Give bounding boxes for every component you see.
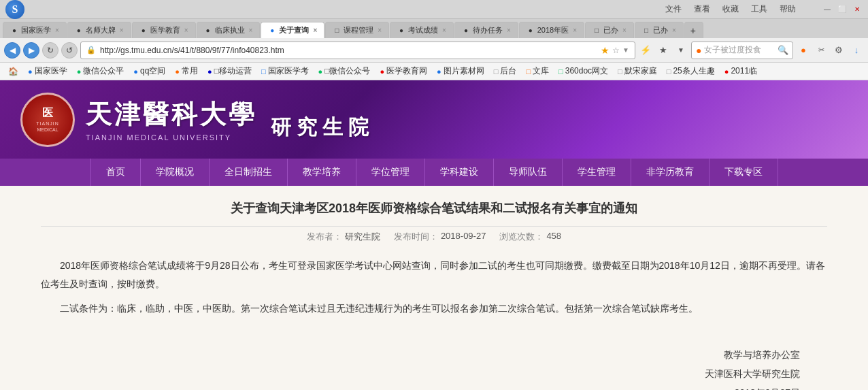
article-title: 关于查询天津考区2018年医师资格综合笔试结果和二试报名有关事宜的通知 (41, 199, 827, 218)
tab-kecheng[interactable]: □ 课程管理 × (325, 22, 389, 38)
tab-close[interactable]: × (184, 27, 188, 34)
nav-degree[interactable]: 学位管理 (356, 159, 425, 186)
tab-close[interactable]: × (507, 27, 511, 34)
weibo-icon[interactable]: ● (796, 43, 811, 58)
bookmark-guojia2[interactable]: □ 国家医学考 (257, 64, 313, 78)
nav-overview[interactable]: 学院概况 (141, 159, 210, 186)
tab-close[interactable]: × (573, 27, 577, 34)
nav-supervisor[interactable]: 导师队伍 (494, 159, 563, 186)
bookmark-25[interactable]: □ 25条人生趣 (663, 64, 719, 78)
tab-label: 课程管理 (344, 25, 373, 35)
nav-discipline[interactable]: 学科建设 (425, 159, 494, 186)
bookmark-label: 图片素材网 (444, 65, 484, 77)
bookmark-wenku[interactable]: □ 文库 (522, 64, 553, 78)
bookmark-yixue[interactable]: ● 医学教育网 (375, 64, 431, 78)
tab-daiban[interactable]: ● 待办任务 × (454, 22, 518, 38)
bookmark-2011[interactable]: ● 2011临 (720, 64, 761, 78)
tab-yiban1[interactable]: □ 已办 × (585, 22, 634, 38)
bookmark-weixin2[interactable]: ● □微信公众号 (314, 64, 375, 78)
bookmark-weixin[interactable]: ● 微信公众平 (73, 64, 129, 78)
lock-icon: 🔒 (86, 46, 96, 54)
nav-enrollment[interactable]: 全日制招生 (210, 159, 288, 186)
tab-close[interactable]: × (442, 27, 446, 34)
tab-label: 名师大牌 (86, 25, 116, 35)
star2-icon[interactable]: ★ (656, 43, 671, 58)
menu-help[interactable]: 帮助 (775, 3, 800, 15)
menu-view[interactable]: 查看 (690, 3, 714, 15)
new-tab-button[interactable]: + (684, 22, 703, 38)
bookmark-favicon: ● (380, 67, 384, 76)
bookmark-icon[interactable]: ☆ (612, 46, 620, 55)
tab-close[interactable]: × (622, 27, 627, 34)
tab-label: 2018年医 (537, 25, 569, 35)
menu-bookmark[interactable]: 收藏 (718, 3, 743, 15)
tab-close[interactable]: × (378, 27, 382, 34)
undo-button[interactable]: ↺ (61, 42, 78, 59)
search-icon[interactable]: 🔍 (778, 45, 788, 55)
tab-linchuang[interactable]: ● 临床执业 × (197, 22, 261, 38)
tab-label: 国家医学 (21, 25, 51, 35)
tab-yixue[interactable]: ● 医学教育 × (132, 22, 196, 38)
back-button[interactable]: ◀ (4, 42, 20, 59)
nav-nondegree[interactable]: 非学历教育 (631, 159, 710, 186)
tab-close[interactable]: × (313, 27, 317, 34)
bookmark-guojia[interactable]: ● 国家医学 (24, 64, 71, 78)
bookmark-favicon: ● (175, 67, 180, 76)
tabs-bar: ● 国家医学 × ● 名师大牌 × ● 医学教育 × ● 临床执业 × ● 关于… (0, 19, 868, 38)
menu-file[interactable]: 文件 (661, 3, 686, 15)
bookmark-qq[interactable]: ● qq空间 (129, 64, 169, 78)
refresh-button[interactable]: ↻ (42, 42, 59, 59)
tab-label: 临床执业 (215, 25, 245, 35)
tab-favicon: ● (204, 27, 212, 35)
bookmark-favicon: □ (667, 67, 671, 76)
bookmark-tupian[interactable]: ● 图片素材网 (433, 64, 488, 78)
lightning-icon[interactable]: ⚡ (638, 43, 653, 58)
star-icon[interactable]: ★ (601, 45, 610, 56)
menu-tools[interactable]: 工具 (747, 3, 771, 15)
bookmark-houtai[interactable]: □ 后台 (490, 64, 521, 78)
bookmark-360[interactable]: □ 360doc网文 (554, 64, 612, 78)
tab-yiban2[interactable]: □ 已办 × (635, 22, 684, 38)
nav-student[interactable]: 学生管理 (563, 159, 631, 186)
nav-download[interactable]: 下载专区 (710, 159, 778, 186)
address-bar[interactable]: 🔒 http://gs.tmu.edu.cn/s/41/t/880/9f/77/… (80, 42, 635, 59)
nav-teaching[interactable]: 教学培养 (288, 159, 356, 186)
tab-active-chaxun[interactable]: ● 关于查询 × (261, 22, 324, 38)
search-box[interactable]: ● 女子被过度投食 🔍 (691, 42, 793, 59)
tab-close[interactable]: × (120, 27, 124, 34)
tab-favicon: ● (462, 27, 470, 35)
settings-icon[interactable]: ⚙ (831, 43, 846, 58)
minimize-button[interactable]: — (822, 4, 833, 15)
tab-close[interactable]: × (55, 27, 59, 34)
arrow-down2-icon[interactable]: ▼ (673, 43, 688, 58)
arrow-down-icon[interactable]: ▼ (622, 46, 629, 54)
tab-close[interactable]: × (672, 27, 676, 34)
tab-guojia[interactable]: ● 国家医学 × (3, 22, 67, 38)
cut-icon[interactable]: ✂ (814, 43, 829, 58)
tab-2018yi[interactable]: ● 2018年医 × (519, 22, 584, 38)
forward-button[interactable]: ▶ (23, 42, 39, 59)
bookmark-yidong[interactable]: ● □移动运营 (203, 64, 256, 78)
bookmark-label: □移动运营 (214, 65, 252, 77)
tab-kaoshi[interactable]: ● 考试成绩 × (390, 22, 454, 38)
download-icon[interactable]: ↓ (849, 43, 864, 58)
bookmark-changyong[interactable]: ● 常用 (171, 64, 202, 78)
nav-home[interactable]: 首页 (90, 159, 141, 186)
tab-label: 已办 (653, 25, 668, 35)
bookmark-label: 常用 (182, 65, 198, 77)
bookmark-label: 25条人生趣 (673, 65, 714, 77)
bookmark-home[interactable]: 🏠 (4, 65, 22, 78)
tab-close[interactable]: × (249, 27, 253, 34)
bookmark-label: qq空间 (140, 65, 165, 77)
bookmark-favicon: ● (77, 67, 82, 76)
tab-favicon: ● (268, 27, 276, 35)
article-paragraph-2: 二试条件为：临床，临助，中医，中医助。第一次综合笔试未过且无违纪违规行为的考生可… (41, 299, 827, 318)
restore-button[interactable]: ⬜ (837, 4, 848, 15)
bookmark-favicon: ● (133, 67, 138, 76)
tab-mingshi[interactable]: ● 名师大牌 × (67, 22, 131, 38)
bookmark-mosong[interactable]: □ 默宋家庭 (614, 64, 661, 78)
bookmark-label: 360doc网文 (565, 65, 608, 77)
tab-favicon: ● (75, 27, 83, 35)
close-button[interactable]: ✕ (852, 4, 863, 15)
browser-logo: S (5, 0, 24, 19)
